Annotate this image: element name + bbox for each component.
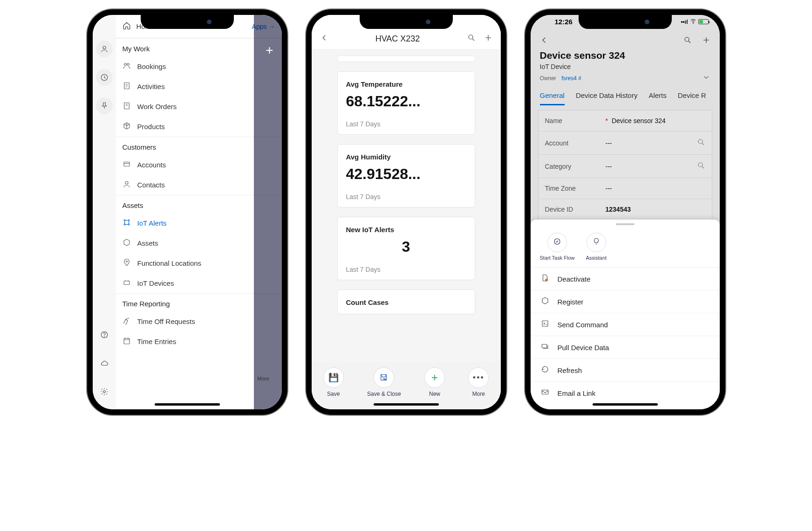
phone-2: HVAC X232 Avg Temperature 68.15222... La… (306, 9, 506, 415)
svg-point-18 (469, 35, 473, 39)
svg-point-3 (104, 336, 104, 337)
save-close-button[interactable]: 🖫 Save & Close (367, 367, 401, 397)
dim-overlay[interactable]: + More (254, 15, 282, 409)
card-cases[interactable]: Count Cases (337, 290, 475, 314)
activities-icon (123, 82, 131, 91)
assistant-button[interactable]: Assistant (586, 233, 607, 261)
svg-point-5 (124, 63, 126, 66)
svg-point-12 (128, 220, 130, 221)
body: Avg Temperature 68.15222... Last 7 Days … (312, 49, 501, 362)
assets-icon (123, 238, 131, 248)
taskflow-icon (553, 237, 561, 248)
svg-point-10 (125, 181, 128, 184)
card-sub: Last 7 Days (346, 193, 466, 200)
pin-icon[interactable] (96, 97, 113, 114)
svg-rect-26 (542, 345, 547, 348)
timeentries-icon (123, 337, 131, 346)
action-register[interactable]: Register (531, 290, 720, 313)
card-alerts[interactable]: New IoT Alerts 3 Last 7 Days (337, 217, 475, 280)
action-pull-data[interactable]: Pull Device Data (531, 336, 720, 359)
svg-point-11 (124, 220, 125, 221)
location-icon (123, 258, 131, 268)
refresh-icon (541, 365, 550, 375)
phone-3: 12:26 ••ıl Device sensor 324 IoT Device … (525, 9, 725, 415)
new-button[interactable]: + New (424, 367, 445, 397)
wifi-icon (690, 18, 696, 26)
more-button[interactable]: ••• More (468, 367, 489, 397)
card-humidity[interactable]: Avg Humidity 42.91528... Last 7 Days (337, 144, 475, 207)
save-close-icon: 🖫 (380, 373, 388, 383)
pulldata-icon (541, 342, 550, 352)
svg-rect-17 (124, 338, 130, 344)
svg-point-15 (126, 261, 127, 262)
page-title: HVAC X232 (375, 34, 420, 44)
deactivate-icon (541, 274, 550, 284)
timeoff-icon (123, 317, 131, 326)
card-value: 68.15222... (346, 93, 466, 110)
card-value: 3 (346, 238, 466, 255)
accounts-icon (123, 160, 131, 170)
bottom-bar: 💾 Save 🖫 Save & Close + New ••• More (312, 362, 501, 409)
register-icon (541, 297, 550, 307)
card-sub: Last 7 Days (346, 120, 466, 128)
svg-point-4 (103, 391, 105, 393)
card-value: 42.91528... (346, 166, 466, 183)
contacts-icon (123, 180, 131, 190)
cloud-icon[interactable] (96, 355, 113, 372)
card-sub: Last 7 Days (346, 266, 466, 273)
more-label[interactable]: More (258, 376, 269, 381)
workorders-icon (123, 102, 131, 111)
svg-point-13 (124, 224, 125, 225)
svg-rect-27 (542, 390, 548, 394)
card-title: Count Cases (346, 298, 466, 306)
add-icon[interactable] (484, 34, 492, 44)
profile-icon[interactable] (96, 41, 113, 57)
new-icon: + (431, 371, 438, 384)
card-title: New IoT Alerts (346, 226, 466, 234)
settings-icon[interactable] (96, 383, 113, 400)
add-icon[interactable]: + (266, 43, 273, 58)
action-refresh[interactable]: Refresh (531, 359, 720, 382)
card-title: Avg Humidity (346, 153, 466, 161)
svg-point-0 (103, 46, 106, 49)
email-icon (541, 388, 550, 398)
help-icon[interactable] (96, 326, 113, 343)
prev-card-edge (337, 55, 475, 62)
action-deactivate[interactable]: Deactivate (531, 268, 720, 290)
drag-handle[interactable] (616, 223, 635, 225)
iotalerts-icon (123, 218, 131, 228)
home-icon (123, 21, 131, 31)
svg-point-14 (128, 224, 130, 225)
svg-point-19 (693, 23, 693, 23)
phone-1: Home Apps → My Work Bookings Activities … (87, 9, 287, 415)
recent-icon[interactable] (96, 69, 113, 86)
sendcommand-icon (541, 319, 550, 330)
status-time: 12:26 (542, 18, 573, 26)
back-icon[interactable] (320, 34, 328, 44)
battery-icon (698, 19, 709, 24)
search-icon[interactable] (467, 34, 476, 44)
action-sheet: Start Task Flow Assistant Deactivate Reg… (531, 220, 720, 409)
save-icon: 💾 (328, 372, 339, 383)
card-temp[interactable]: Avg Temperature 68.15222... Last 7 Days (337, 71, 475, 135)
more-icon: ••• (473, 373, 484, 383)
signal-icon: ••ıl (681, 19, 688, 25)
products-icon (123, 122, 131, 131)
assistant-icon (592, 237, 600, 248)
svg-rect-16 (124, 281, 130, 285)
iotdevices-icon (123, 278, 131, 288)
action-send-command[interactable]: Send Command (531, 313, 720, 336)
svg-rect-9 (124, 162, 130, 166)
save-button[interactable]: 💾 Save (323, 367, 344, 397)
left-rail (93, 15, 116, 409)
svg-point-6 (127, 63, 129, 66)
start-task-flow-button[interactable]: Start Task Flow (540, 233, 575, 261)
card-title: Avg Temperature (346, 80, 466, 88)
svg-rect-8 (124, 103, 129, 109)
bookings-icon (123, 62, 131, 71)
